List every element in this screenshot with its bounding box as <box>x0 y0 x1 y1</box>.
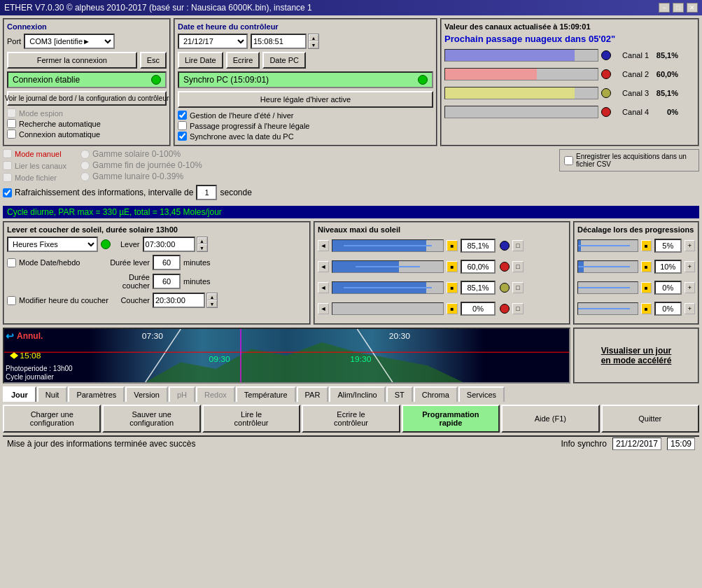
decalage3-plus[interactable]: + <box>685 282 695 293</box>
time-spinner[interactable] <box>308 34 319 49</box>
charger-config-button[interactable]: Charger uneconfiguration <box>3 405 101 433</box>
esc-button[interactable]: Esc <box>140 52 167 69</box>
lever-up-button[interactable] <box>197 237 207 244</box>
programmation-rapide-button[interactable]: Programmationrapide <box>402 405 500 433</box>
lever-time-input[interactable] <box>143 237 195 252</box>
niveaux3-left-button[interactable]: ◄ <box>318 282 329 293</box>
time-up-button[interactable] <box>309 34 318 41</box>
canal4-bar-container <box>444 106 598 118</box>
gestion-ete-check[interactable] <box>178 111 187 120</box>
decalage1-small-btn[interactable]: ■ <box>641 240 652 251</box>
intervalle-input[interactable] <box>196 185 217 200</box>
ecrire-button[interactable]: Ecrire <box>226 52 260 69</box>
gamme-lunaire-radio[interactable] <box>80 172 90 181</box>
fermer-connexion-button[interactable]: Fermer la connexion <box>7 52 137 69</box>
tab-alim-inclino[interactable]: Alim/Inclino <box>329 386 385 402</box>
tab-parametres[interactable]: Paramètres <box>68 386 125 402</box>
coucher-time-input[interactable] <box>153 293 205 308</box>
coucher-up-button[interactable] <box>207 293 217 300</box>
niveaux1-right-btn[interactable]: □ <box>512 240 524 251</box>
maximize-button[interactable]: □ <box>673 3 684 13</box>
niveaux2-ball <box>500 262 510 272</box>
coucher-spinner[interactable] <box>206 293 218 308</box>
date-select[interactable]: 21/12/17 <box>178 34 248 49</box>
connexion-auto-check[interactable] <box>7 130 16 139</box>
niveaux4-left-button[interactable]: ◄ <box>318 303 329 314</box>
tab-redox[interactable]: Redox <box>196 386 235 402</box>
time-input[interactable] <box>251 34 307 49</box>
mode-espion-check[interactable] <box>7 108 16 118</box>
canal1-value: 85,1% <box>652 51 678 59</box>
decalage3-small-btn[interactable]: ■ <box>641 282 652 293</box>
modifier-heure-check[interactable] <box>7 296 16 305</box>
gamme-solaire-radio[interactable] <box>80 150 90 159</box>
visualiser-button[interactable]: Visualiser un jour en mode accéléré <box>573 328 699 384</box>
rafraichissement-check[interactable] <box>3 188 12 197</box>
sauver-config-button[interactable]: Sauver uneconfiguration <box>102 405 200 433</box>
csv-check[interactable] <box>564 156 573 165</box>
duree-lever-input[interactable] <box>153 255 181 270</box>
decalage2-small-btn[interactable]: ■ <box>641 261 652 272</box>
quitter-button[interactable]: Quitter <box>601 405 699 433</box>
duree-coucher-input[interactable] <box>153 274 181 289</box>
decalage4-plus[interactable]: + <box>685 303 695 314</box>
close-button[interactable]: ✕ <box>687 3 698 13</box>
lever-spinner[interactable] <box>197 237 208 252</box>
prochain-passage: Prochain passage nuageux dans 05'02" <box>444 34 695 44</box>
tab-services[interactable]: Services <box>458 386 505 402</box>
niveaux4-small-btn[interactable]: ■ <box>447 303 458 314</box>
decalage2-bar <box>577 260 638 273</box>
decalage2-plus[interactable]: + <box>685 261 695 272</box>
tab-chroma[interactable]: Chroma <box>414 386 458 402</box>
tab-temperature[interactable]: Température <box>236 386 296 402</box>
port-select[interactable]: COM3 [identifie► <box>24 34 115 49</box>
tab-par[interactable]: PAR <box>297 386 329 402</box>
niveaux3-right-btn[interactable]: □ <box>512 282 524 293</box>
niveaux2-left-button[interactable]: ◄ <box>318 261 329 272</box>
niveaux4-value: 0% <box>461 302 496 316</box>
lire-controleur-button[interactable]: Lire lecontrôleur <box>202 405 300 433</box>
lever-down-button[interactable] <box>197 244 207 251</box>
lier-canaux-check[interactable] <box>3 161 12 170</box>
mode-date-hebdo-check[interactable] <box>7 258 16 267</box>
rafraichissement-label: Rafraichissement des informations, inter… <box>15 188 193 197</box>
mode-manuel-check[interactable] <box>3 149 12 158</box>
gamme-fin-journee-radio[interactable] <box>80 161 90 170</box>
tab-st[interactable]: ST <box>386 386 413 402</box>
decalage4-small-btn[interactable]: ■ <box>641 303 652 314</box>
niveaux1-left-button[interactable]: ◄ <box>318 240 329 251</box>
tab-ph[interactable]: pH <box>169 386 195 402</box>
canal3-bar-container <box>444 87 598 99</box>
minimize-button[interactable]: − <box>659 3 670 13</box>
decalage-title: Décalage lors des progressions <box>577 225 695 234</box>
aide-button[interactable]: Aide (F1) <box>501 405 599 433</box>
tab-nuit[interactable]: Nuit <box>37 386 68 402</box>
niveaux2-right-btn[interactable]: □ <box>512 261 524 272</box>
niveaux4-right-btn[interactable]: □ <box>512 303 524 314</box>
annul-label: Annul. <box>17 331 43 341</box>
duree-coucher-unit: minutes <box>183 277 211 286</box>
passage-progressif-check[interactable] <box>178 121 187 130</box>
tab-jour[interactable]: Jour <box>3 386 36 402</box>
time-down-button[interactable] <box>309 41 318 48</box>
lire-date-button[interactable]: Lire Date <box>178 52 223 69</box>
cycle-journalier-label: Cycle journalier <box>6 373 54 381</box>
niveaux2-small-btn[interactable]: ■ <box>447 261 458 272</box>
niveaux3-small-btn[interactable]: ■ <box>447 282 458 293</box>
synchrone-pc-check[interactable] <box>178 132 187 141</box>
niveaux1-small-btn[interactable]: ■ <box>447 240 458 251</box>
coucher-down-button[interactable] <box>207 300 217 307</box>
recherche-auto-check[interactable] <box>7 119 16 128</box>
canal1-ball <box>601 50 611 60</box>
decalage3-bar <box>577 281 638 294</box>
heures-select[interactable]: Heures Fixes <box>7 237 98 252</box>
voir-journal-button[interactable]: Voir le journal de bord / la configurati… <box>7 91 167 106</box>
decalage1-plus[interactable]: + <box>685 240 695 251</box>
tab-version[interactable]: Version <box>125 386 168 402</box>
heure-legale-button[interactable]: Heure légale d'hiver active <box>178 91 433 108</box>
date-pc-button[interactable]: Date PC <box>262 52 306 69</box>
canal1-label: Canal 1 <box>614 51 649 59</box>
ecrire-controleur-button[interactable]: Ecrire lecontrôleur <box>302 405 400 433</box>
niveaux1-value: 85,1% <box>461 239 496 253</box>
mode-fichier-check[interactable] <box>3 173 12 182</box>
